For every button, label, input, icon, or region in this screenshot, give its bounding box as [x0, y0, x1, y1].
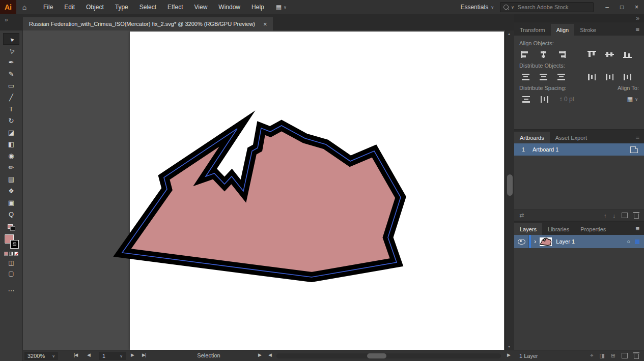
distribute-horizontal-center-button[interactable] [603, 72, 616, 82]
artboard-row[interactable]: 1 Artboard 1 [514, 143, 644, 156]
align-to-dropdown[interactable]: ▦ ∨ [627, 96, 638, 103]
align-top-button[interactable] [585, 49, 598, 59]
layer-thumbnail[interactable] [540, 237, 552, 246]
none-fill-icon[interactable] [14, 252, 18, 256]
search-input[interactable] [517, 4, 590, 11]
screen-mode-icon[interactable]: ▢ [8, 270, 14, 277]
zoom-level-control[interactable]: 3200% ∨ [24, 352, 58, 360]
layer-row[interactable]: › Layer 1 ○ [514, 235, 644, 248]
next-artboard-button[interactable]: ▶ [131, 352, 134, 357]
arrange-documents-button[interactable]: ▦ ∨ [276, 4, 287, 11]
menu-type[interactable]: Type [109, 0, 134, 14]
tab-layers[interactable]: Layers [514, 223, 542, 235]
blend-tool[interactable]: ❖ [3, 185, 19, 197]
horizontal-scrollbar-thumb[interactable] [367, 353, 386, 358]
distribute-left-button[interactable] [585, 72, 598, 82]
layer-name[interactable]: Layer 1 [556, 238, 627, 245]
layer-target-icon[interactable]: ○ [627, 238, 630, 245]
distribute-bottom-button[interactable] [555, 72, 568, 82]
panel-menu-icon[interactable]: ≡ [635, 25, 639, 33]
tab-close-icon[interactable]: × [263, 21, 267, 27]
make-clipping-mask-icon[interactable]: ◨ [599, 352, 604, 359]
selection-tool[interactable]: ▲ [3, 33, 19, 45]
draw-mode-icon[interactable]: ◫ [8, 259, 14, 266]
distribute-right-button[interactable] [621, 72, 634, 82]
rotate-tool[interactable]: ↻ [3, 115, 19, 127]
new-sublayer-icon[interactable]: ⊞ [611, 352, 615, 359]
pen-tool[interactable]: ✒ [3, 56, 19, 68]
stroke-color-swatch[interactable] [11, 240, 18, 248]
layer-expand-icon[interactable]: › [534, 237, 536, 245]
first-artboard-button[interactable]: |◀ [74, 352, 77, 357]
tab-transform[interactable]: Transform [514, 24, 551, 36]
vertical-distribute-space-button[interactable] [519, 94, 533, 104]
tab-stroke[interactable]: Stroke [574, 24, 602, 36]
menu-effect[interactable]: Effect [162, 0, 188, 14]
artboard-page-icon[interactable] [630, 146, 638, 153]
panel-menu-icon[interactable]: ≡ [635, 133, 639, 141]
tab-asset-export[interactable]: Asset Export [550, 132, 593, 143]
panel-menu-icon[interactable]: ≡ [635, 225, 639, 232]
edit-toolbar-icon[interactable]: ⋯ [8, 287, 15, 294]
gradient-tool[interactable]: ▤ [3, 173, 19, 185]
align-left-button[interactable] [519, 49, 532, 59]
canvas-area[interactable]: ▴ ▾ [23, 31, 514, 350]
horizontal-scrollbar[interactable] [276, 353, 501, 358]
line-segment-tool[interactable]: ╱ [3, 92, 19, 103]
tab-properties[interactable]: Properties [575, 223, 611, 235]
new-artboard-icon[interactable] [622, 213, 628, 218]
scale-tool[interactable]: ◧ [3, 138, 19, 150]
close-button[interactable]: × [629, 0, 644, 14]
align-bottom-button[interactable] [621, 49, 634, 59]
layer-selected-indicator[interactable] [635, 239, 639, 244]
crimea-shape[interactable] [122, 126, 401, 277]
direct-selection-tool[interactable]: △ [3, 45, 19, 56]
status-menu-icon[interactable]: ▶ [258, 352, 261, 357]
mini-fill-stroke-icon[interactable] [8, 224, 15, 231]
scroll-up-icon[interactable]: ▴ [508, 32, 510, 36]
artboard-tool[interactable]: ▣ [3, 197, 19, 208]
vertical-scrollbar[interactable]: ▴ ▾ [505, 31, 514, 350]
spacing-value-stepper[interactable]: ▴ ▾ 0 pt [560, 96, 574, 103]
rectangle-tool[interactable]: ▭ [3, 80, 19, 92]
menu-edit[interactable]: Edit [59, 0, 80, 14]
menu-help[interactable]: Help [246, 0, 270, 14]
illustrator-logo[interactable]: Ai [0, 0, 16, 14]
delete-layer-icon[interactable] [634, 354, 639, 359]
maximize-button[interactable]: □ [614, 0, 629, 14]
last-artboard-button[interactable]: ▶| [142, 352, 146, 357]
locate-object-icon[interactable]: ⌖ [590, 352, 593, 359]
dock-overflow-icon[interactable]: » [636, 15, 639, 22]
menu-view[interactable]: View [189, 0, 213, 14]
workspace-switcher[interactable]: Essentials ∨ [460, 4, 494, 11]
align-horizontal-center-button[interactable] [537, 49, 550, 59]
color-fill-icon[interactable] [4, 252, 8, 256]
tab-libraries[interactable]: Libraries [542, 223, 575, 235]
delete-artboard-icon[interactable] [634, 214, 639, 219]
document-tab[interactable]: Russian Federation_with_Crimea_ISO(Merca… [23, 17, 274, 31]
previous-artboard-button[interactable]: ◀ [87, 352, 90, 357]
scroll-left-icon[interactable]: ◀ [268, 352, 271, 357]
visibility-eye-icon[interactable] [518, 239, 525, 245]
zoom-tool[interactable]: Q [3, 208, 19, 220]
distribute-vertical-center-button[interactable] [537, 72, 550, 82]
gradient-fill-icon[interactable] [9, 252, 13, 256]
stepper-down-icon[interactable]: ▾ [560, 99, 562, 102]
minimize-button[interactable]: – [600, 0, 614, 14]
move-artboard-down-icon[interactable]: ↓ [613, 213, 616, 219]
scroll-right-icon[interactable]: ▶ [507, 352, 510, 357]
move-artboard-up-icon[interactable]: ↑ [604, 213, 607, 219]
eyedropper-tool[interactable]: ✏ [3, 162, 19, 173]
tab-align[interactable]: Align [551, 24, 574, 36]
shape-builder-tool[interactable]: ◉ [3, 150, 19, 162]
eraser-tool[interactable]: ◪ [3, 127, 19, 138]
rearrange-artboards-icon[interactable]: ⇄ [519, 212, 524, 219]
distribute-top-button[interactable] [519, 72, 532, 82]
home-icon[interactable]: ⌂ [16, 3, 33, 11]
menu-object[interactable]: Object [80, 0, 109, 14]
menu-select[interactable]: Select [134, 0, 162, 14]
type-tool[interactable]: T [3, 103, 19, 115]
toolbar-overflow-icon[interactable]: » [5, 16, 8, 23]
new-layer-icon[interactable] [622, 353, 628, 358]
vertical-scrollbar-thumb[interactable] [507, 174, 513, 196]
